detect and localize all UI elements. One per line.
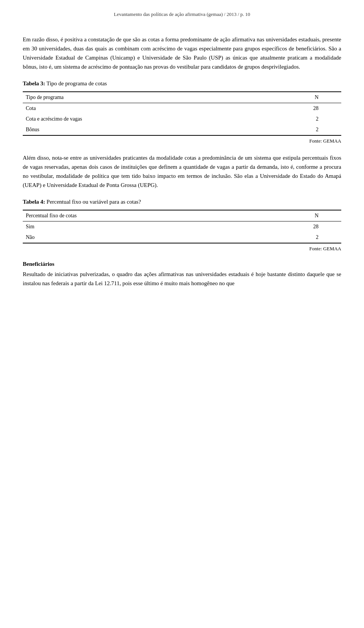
page-container: Levantamento das políticas de ação afirm… (0, 0, 364, 628)
table4-source: Fonte: GEMAA (23, 246, 341, 252)
table4-row1-col1: Sim (23, 221, 229, 232)
table3-source: Fonte: GEMAA (23, 138, 341, 144)
table3-col2-header: N (235, 92, 341, 103)
paragraph-3: Resultado de iniciativas pulverizadas, o… (23, 270, 341, 288)
table4-label: Tabela 4: Percentual fixo ou variável pa… (23, 199, 341, 205)
table3-row3-col2: 2 (235, 124, 341, 135)
table3-row2-col1: Cota e acréscimo de vagas (23, 114, 235, 124)
table4-label-bold: Tabela 4: (23, 199, 45, 205)
table4-label-rest: Percentual fixo ou variável para as cota… (45, 199, 141, 205)
table3-row2-col2: 2 (235, 114, 341, 124)
table3-row3-col1: Bônus (23, 124, 235, 135)
table4-row1-col2: 28 (229, 221, 341, 232)
header-text: Levantamento das políticas de ação afirm… (114, 11, 250, 17)
table-row: Cota 28 (23, 103, 341, 114)
table-row: Sim 28 (23, 221, 341, 232)
table4-header-row: Percentual fixo de cotas N (23, 210, 341, 221)
table4-row2-col2: 2 (229, 232, 341, 243)
table-row: Não 2 (23, 232, 341, 243)
table3-label-bold: Tabela 3: (23, 80, 45, 86)
table3-row1-col2: 28 (235, 103, 341, 114)
table4-col1-header: Percentual fixo de cotas (23, 210, 229, 221)
paragraph-1: Em razão disso, é positiva a constatação… (23, 35, 341, 71)
paragraph-2: Além disso, nota-se entre as universidad… (23, 153, 341, 190)
table-row: Cota e acréscimo de vagas 2 (23, 114, 341, 124)
table4-col2-header: N (229, 210, 341, 221)
table-row: Bônus 2 (23, 124, 341, 135)
table3-col1-header: Tipo de programa (23, 92, 235, 103)
beneficiarios-heading: Beneficiários (23, 261, 341, 267)
table4-row2-col1: Não (23, 232, 229, 243)
table4: Percentual fixo de cotas N Sim 28 Não 2 (23, 210, 341, 243)
table3-row1-col1: Cota (23, 103, 235, 114)
table3-label: Tabela 3: Tipo de programa de cotas (23, 80, 341, 87)
table3: Tipo de programa N Cota 28 Cota e acrésc… (23, 91, 341, 136)
table3-label-rest: Tipo de programa de cotas (45, 80, 107, 86)
table3-header-row: Tipo de programa N (23, 92, 341, 103)
page-header: Levantamento das políticas de ação afirm… (23, 11, 341, 20)
